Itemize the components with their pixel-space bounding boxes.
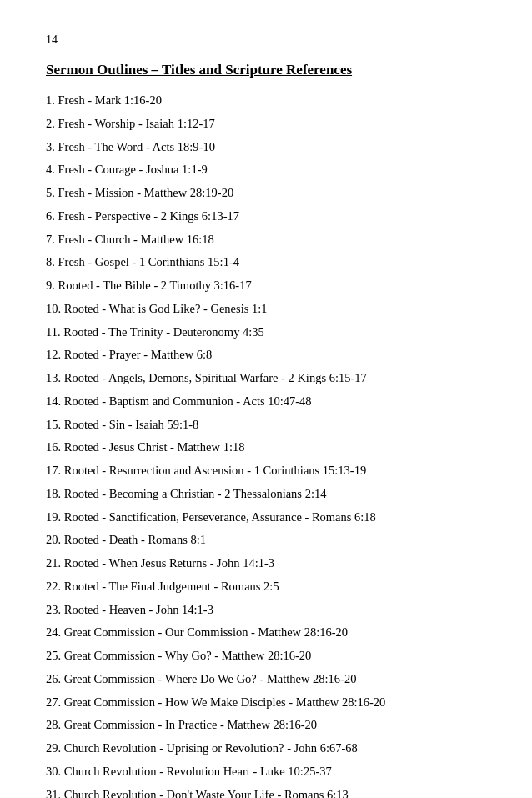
list-item: 17. Rooted - Resurrection and Ascension …	[46, 462, 486, 480]
list-item: 4. Fresh - Courage - Joshua 1:1-9	[46, 161, 486, 179]
list-item: 7. Fresh - Church - Matthew 16:18	[46, 231, 486, 249]
list-item: 29. Church Revolution - Uprising or Revo…	[46, 740, 486, 758]
list-item: 3. Fresh - The Word - Acts 18:9-10	[46, 138, 486, 157]
page-title: Sermon Outlines – Titles and Scripture R…	[46, 62, 486, 78]
list-item: 28. Great Commission - In Practice - Mat…	[46, 716, 486, 735]
list-item: 26. Great Commission - Where Do We Go? -…	[46, 670, 486, 689]
list-item: 10. Rooted - What is God Like? - Genesis…	[46, 300, 486, 319]
list-item: 11. Rooted - The Trinity - Deuteronomy 4…	[46, 324, 486, 342]
list-item: 20. Rooted - Death - Romans 8:1	[46, 531, 486, 550]
list-item: 16. Rooted - Jesus Christ - Matthew 1:18	[46, 439, 486, 457]
list-item: 8. Fresh - Gospel - 1 Corinthians 15:1-4	[46, 253, 486, 272]
list-item: 21. Rooted - When Jesus Returns - John 1…	[46, 555, 486, 573]
list-item: 22. Rooted - The Final Judgement - Roman…	[46, 578, 486, 596]
list-item: 31. Church Revolution - Don't Waste Your…	[46, 786, 486, 799]
list-item: 19. Rooted - Sanctification, Perseveranc…	[46, 509, 486, 527]
page-number: 14	[46, 33, 486, 47]
list-item: 2. Fresh - Worship - Isaiah 1:12-17	[46, 115, 486, 133]
list-item: 1. Fresh - Mark 1:16-20	[46, 92, 486, 110]
list-item: 5. Fresh - Mission - Matthew 28:19-20	[46, 184, 486, 203]
list-item: 13. Rooted - Angels, Demons, Spiritual W…	[46, 369, 486, 388]
list-item: 30. Church Revolution - Revolution Heart…	[46, 763, 486, 781]
list-item: 25. Great Commission - Why Go? - Matthew…	[46, 647, 486, 665]
list-item: 27. Great Commission - How We Make Disci…	[46, 694, 486, 712]
list-item: 12. Rooted - Prayer - Matthew 6:8	[46, 346, 486, 364]
list-item: 24. Great Commission - Our Commission - …	[46, 624, 486, 642]
list-item: 14. Rooted - Baptism and Communion - Act…	[46, 393, 486, 411]
sermon-list: 1. Fresh - Mark 1:16-202. Fresh - Worshi…	[46, 92, 486, 798]
list-item: 15. Rooted - Sin - Isaiah 59:1-8	[46, 416, 486, 434]
list-item: 9. Rooted - The Bible - 2 Timothy 3:16-1…	[46, 277, 486, 295]
list-item: 18. Rooted - Becoming a Christian - 2 Th…	[46, 485, 486, 504]
list-item: 23. Rooted - Heaven - John 14:1-3	[46, 601, 486, 620]
list-item: 6. Fresh - Perspective - 2 Kings 6:13-17	[46, 208, 486, 226]
